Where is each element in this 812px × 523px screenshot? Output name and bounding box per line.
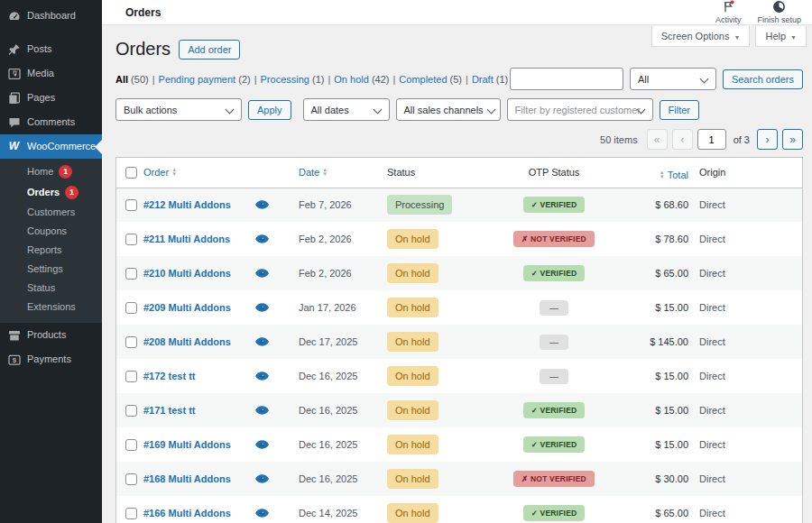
order-search-input[interactable] [510, 68, 623, 90]
order-preview-button[interactable] [255, 406, 269, 417]
origin-column-label: Origin [694, 158, 802, 188]
sales-channels-select[interactable]: All sales channels [396, 98, 501, 121]
filter-button[interactable]: Filter [660, 100, 699, 120]
order-link[interactable]: #212 Multi Addons [142, 199, 231, 210]
search-orders-button[interactable]: Search orders [723, 69, 803, 89]
screen-options-tab[interactable]: Screen Options [651, 26, 751, 47]
row-checkbox-cell [116, 188, 142, 222]
view-link-completed[interactable]: Completed [399, 74, 447, 85]
order-preview-button[interactable] [255, 440, 269, 451]
view-link-pending-payment[interactable]: Pending payment [159, 74, 236, 85]
order-link[interactable]: #210 Multi Addons [142, 268, 231, 279]
otp-status-badge: ✗ NOT VERIFIED [513, 471, 595, 487]
submenu-item-reports[interactable]: Reports [0, 241, 102, 260]
submenu-item-coupons[interactable]: Coupons [0, 222, 102, 241]
otp-status-badge: ✓ VERIFIED [523, 402, 586, 418]
otp-status-badge: — [540, 335, 568, 350]
status-badge: On hold [387, 332, 438, 352]
order-preview-button[interactable] [255, 337, 269, 348]
order-link[interactable]: #208 Multi Addons [142, 336, 231, 347]
submenu-item-settings[interactable]: Settings [0, 260, 102, 279]
next-page-button[interactable]: › [757, 129, 778, 150]
row-checkbox[interactable] [125, 234, 137, 245]
sidebar-item-comments[interactable]: Comments [0, 110, 102, 134]
order-preview-button[interactable] [255, 509, 269, 519]
chevron-down-icon [790, 31, 797, 41]
submenu-item-orders[interactable]: Orders1 [0, 182, 102, 203]
dates-select[interactable]: All dates [303, 98, 390, 121]
row-checkbox[interactable] [125, 473, 137, 485]
row-checkbox[interactable] [125, 302, 137, 314]
sidebar-item-label: Dashboard [27, 10, 76, 22]
order-preview-button[interactable] [255, 303, 269, 314]
submenu-item-status[interactable]: Status [0, 279, 102, 298]
current-page-input[interactable] [697, 129, 726, 150]
finish-setup-button[interactable]: Finish setup [757, 0, 801, 24]
order-link[interactable]: #166 Multi Addons [142, 508, 231, 518]
row-checkbox[interactable] [125, 405, 137, 417]
customer-filter-select[interactable]: Filter by registered customer [507, 98, 653, 121]
activity-button[interactable]: Activity [715, 0, 742, 24]
select-all-checkbox[interactable] [125, 167, 137, 179]
prev-page-button: ‹ [672, 129, 693, 150]
eye-icon [255, 269, 269, 280]
row-checkbox[interactable] [125, 439, 137, 451]
view-link-all[interactable]: All [115, 74, 128, 85]
submenu-item-home[interactable]: Home1 [0, 161, 102, 182]
sidebar-item-dashboard[interactable]: Dashboard [0, 4, 102, 28]
view-separator: | [466, 74, 468, 85]
submenu-item-customers[interactable]: Customers [0, 203, 102, 222]
bulk-actions-select[interactable]: Bulk actions [115, 98, 242, 121]
table-row: #211 Multi AddonsFeb 2, 2026On hold✗ NOT… [116, 222, 802, 256]
apply-button[interactable]: Apply [248, 100, 291, 120]
row-checkbox[interactable] [125, 199, 137, 211]
order-link[interactable]: #169 Multi Addons [142, 439, 231, 450]
sidebar-item-payments[interactable]: $Payments [0, 347, 102, 372]
view-link-processing[interactable]: Processing [261, 74, 309, 85]
order-preview-button[interactable] [255, 474, 269, 485]
sort-by-order-header[interactable]: Order ▲▼ [142, 167, 177, 178]
sidebar-item-woocommerce[interactable]: WWooCommerce [0, 134, 102, 159]
sidebar-item-pages[interactable]: Pages [0, 86, 102, 110]
row-checkbox[interactable] [125, 371, 137, 382]
add-order-button[interactable]: Add order [179, 40, 240, 60]
sidebar-item-posts[interactable]: Posts [0, 37, 102, 61]
search-type-select[interactable]: All [630, 68, 716, 90]
search-controls: All Search orders [510, 68, 803, 90]
sort-by-total-header[interactable]: ▲▼ Total [660, 170, 688, 180]
order-preview-button[interactable] [255, 269, 269, 280]
order-preview-button[interactable] [255, 234, 269, 245]
sort-by-date-header[interactable]: Date ▲▼ [299, 167, 328, 178]
row-checkbox[interactable] [125, 268, 137, 280]
bulk-actions-value: Bulk actions [124, 105, 177, 115]
order-link[interactable]: #172 test tt [142, 371, 195, 381]
order-total: $ 15.00 [608, 427, 694, 462]
otp-status-cell: ✓ VERIFIED [500, 427, 608, 462]
row-checkbox[interactable] [125, 336, 137, 348]
total-column-label: Total [668, 170, 688, 180]
view-link-draft[interactable]: Draft [472, 74, 494, 85]
row-checkbox[interactable] [125, 508, 137, 519]
sort-icon: ▲▼ [660, 170, 665, 179]
dates-value: All dates [311, 105, 349, 115]
order-preview-button[interactable] [255, 372, 269, 382]
order-link[interactable]: #171 test tt [142, 405, 195, 416]
order-total: $ 15.00 [608, 290, 694, 325]
order-link[interactable]: #211 Multi Addons [142, 234, 230, 244]
order-link[interactable]: #209 Multi Addons [142, 302, 231, 313]
bulk-actions-toolbar: Bulk actions Apply All dates All sales c… [115, 98, 803, 121]
row-checkbox-cell [116, 496, 142, 523]
order-status-cell: On hold [378, 427, 500, 462]
order-preview-button[interactable] [255, 200, 269, 211]
order-link[interactable]: #168 Multi Addons [142, 473, 231, 484]
sidebar-item-products[interactable]: Products [0, 323, 102, 347]
submenu-item-extensions[interactable]: Extensions [0, 298, 102, 317]
order-total: $ 15.00 [608, 393, 694, 427]
sidebar-item-media[interactable]: Media [0, 61, 102, 86]
view-separator: | [152, 74, 155, 85]
preview-cell [243, 290, 288, 325]
last-page-button[interactable]: » [782, 129, 803, 150]
order-cell: #166 Multi Addons [142, 496, 243, 523]
view-link-on-hold[interactable]: On hold [334, 74, 369, 85]
help-tab[interactable]: Help [755, 26, 807, 47]
